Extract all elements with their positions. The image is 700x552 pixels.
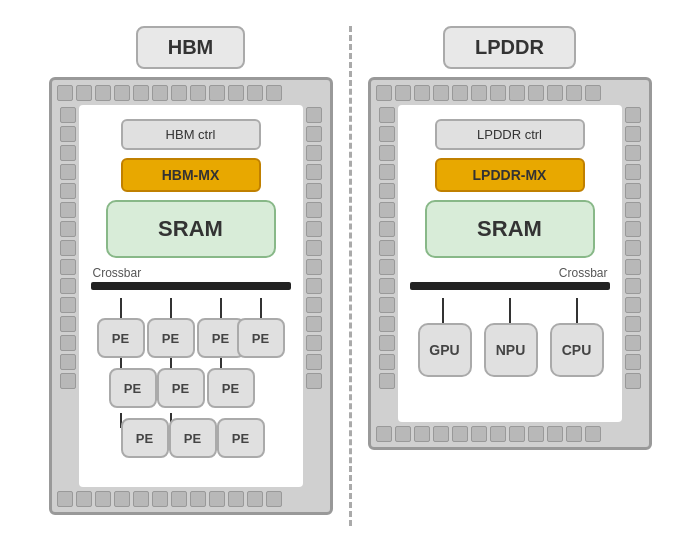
left-crossbar-bar — [91, 282, 291, 290]
pe-box-r2c3: PE — [207, 368, 255, 408]
brick — [306, 145, 322, 161]
right-compute-area: GPU NPU CPU — [410, 298, 610, 408]
brick — [95, 491, 111, 507]
brick — [60, 259, 76, 275]
brick — [379, 202, 395, 218]
brick — [414, 85, 430, 101]
brick — [414, 426, 430, 442]
brick — [379, 297, 395, 313]
brick — [625, 202, 641, 218]
brick — [585, 85, 601, 101]
hbm-ctrl-box: HBM ctrl — [121, 119, 261, 150]
compute-boxes-row: GPU NPU CPU — [418, 323, 604, 377]
brick — [209, 85, 225, 101]
brick — [566, 85, 582, 101]
brick — [306, 335, 322, 351]
cpu-box: CPU — [550, 323, 604, 377]
brick — [114, 491, 130, 507]
lpddr-ctrl-box: LPDDR ctrl — [435, 119, 585, 150]
brick — [379, 164, 395, 180]
brick — [60, 278, 76, 294]
brick — [247, 85, 263, 101]
brick — [490, 426, 506, 442]
brick — [625, 354, 641, 370]
brick — [306, 240, 322, 256]
brick — [60, 373, 76, 389]
left-outer-frame: HBM ctrl HBM-MX SRAM Crossbar — [49, 77, 333, 515]
brick — [306, 373, 322, 389]
right-side-bricks-left-panel — [303, 105, 325, 487]
brick — [60, 164, 76, 180]
right-sram-box: SRAM — [425, 200, 595, 258]
brick — [60, 316, 76, 332]
brick — [509, 85, 525, 101]
brick — [528, 85, 544, 101]
brick — [509, 426, 525, 442]
brick — [306, 354, 322, 370]
brick — [379, 259, 395, 275]
brick — [452, 85, 468, 101]
right-crossbar-label: Crossbar — [557, 266, 610, 280]
pe-box-r3c3: PE — [217, 418, 265, 458]
pe-box-r2c1: PE — [109, 368, 157, 408]
brick — [306, 107, 322, 123]
brick — [395, 426, 411, 442]
brick — [152, 491, 168, 507]
brick — [171, 85, 187, 101]
brick — [266, 491, 282, 507]
brick — [306, 126, 322, 142]
lpddr-mx-box: LPDDR-MX — [435, 158, 585, 192]
brick — [306, 259, 322, 275]
brick — [228, 491, 244, 507]
brick — [379, 335, 395, 351]
architecture-diagram: HBM — [49, 26, 652, 526]
brick — [306, 164, 322, 180]
brick — [60, 126, 76, 142]
brick — [490, 85, 506, 101]
brick — [452, 426, 468, 442]
brick — [379, 107, 395, 123]
right-frame-side-wrapper: LPDDR ctrl LPDDR-MX SRAM Crossbar — [376, 105, 644, 422]
brick — [133, 85, 149, 101]
right-crossbar-bar — [410, 282, 610, 290]
brick — [60, 240, 76, 256]
pe-box-r3c2: PE — [169, 418, 217, 458]
brick — [57, 491, 73, 507]
brick — [547, 85, 563, 101]
brick — [306, 297, 322, 313]
brick — [585, 426, 601, 442]
brick — [625, 240, 641, 256]
left-top-bricks — [57, 85, 325, 101]
brick — [625, 221, 641, 237]
right-side-bricks-right-panel — [622, 105, 644, 422]
brick — [306, 183, 322, 199]
brick — [306, 221, 322, 237]
brick — [379, 221, 395, 237]
brick — [379, 354, 395, 370]
left-sram-box: SRAM — [106, 200, 276, 258]
brick — [625, 278, 641, 294]
brick — [625, 335, 641, 351]
brick — [306, 202, 322, 218]
left-pe-area: PE PE PE PE PE PE PE PE PE PE — [91, 298, 291, 473]
pe-box-r2c2: PE — [157, 368, 205, 408]
left-bottom-bricks — [57, 491, 325, 507]
center-divider — [349, 26, 352, 526]
brick — [209, 491, 225, 507]
left-frame-side-wrapper: HBM ctrl HBM-MX SRAM Crossbar — [57, 105, 325, 487]
brick — [625, 259, 641, 275]
brick — [379, 183, 395, 199]
pe-box-r1c1: PE — [97, 318, 145, 358]
brick — [60, 221, 76, 237]
brick — [625, 164, 641, 180]
brick — [471, 85, 487, 101]
brick — [625, 107, 641, 123]
brick — [95, 85, 111, 101]
npu-box: NPU — [484, 323, 538, 377]
brick — [266, 85, 282, 101]
brick — [60, 145, 76, 161]
brick — [625, 145, 641, 161]
brick — [190, 85, 206, 101]
brick — [60, 202, 76, 218]
brick — [625, 126, 641, 142]
